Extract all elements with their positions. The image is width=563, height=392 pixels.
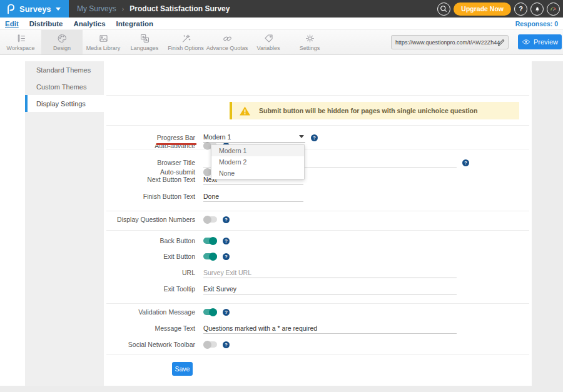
back-button-help-icon[interactable]: ? bbox=[223, 238, 230, 244]
toolbar-tab-media-library[interactable]: Media Library bbox=[83, 30, 124, 54]
nav-tab-analytics[interactable]: Analytics bbox=[73, 20, 105, 28]
preview-button[interactable]: Preview bbox=[518, 34, 562, 49]
divider bbox=[106, 230, 529, 231]
exit-url-input[interactable]: Survey Exit URL bbox=[203, 268, 457, 278]
progress-bar-help-icon[interactable]: ? bbox=[311, 134, 318, 141]
finish-button-text-input[interactable]: Done bbox=[203, 191, 303, 202]
sidebar-item-standard-themes[interactable]: Standard Themes bbox=[25, 61, 104, 78]
toolbar-tab-settings[interactable]: Settings bbox=[289, 30, 330, 54]
usage-meter-button[interactable] bbox=[547, 3, 560, 16]
help-button[interactable]: ? bbox=[514, 3, 527, 16]
next-button-text-row: Next Button Text Next bbox=[104, 173, 532, 186]
progress-bar-dropdown: Modern 1 Modern 2 None bbox=[211, 144, 305, 179]
exit-button-help-icon[interactable]: ? bbox=[223, 253, 230, 260]
section-nav: Edit Distribute Analytics Integration Re… bbox=[0, 18, 563, 30]
social-network-toolbar-label: Social Network Toolbar bbox=[104, 341, 195, 348]
languages-icon bbox=[139, 33, 150, 44]
survey-url-field[interactable]: https://www.questionpro.com/t/AW22Zh44 bbox=[391, 35, 509, 49]
nav-tab-integration[interactable]: Integration bbox=[116, 20, 153, 28]
exit-button-toggle[interactable] bbox=[203, 253, 217, 259]
question-icon: ? bbox=[519, 5, 523, 13]
questionpro-logo-icon bbox=[6, 3, 15, 15]
gauge-icon bbox=[549, 4, 558, 14]
eye-icon bbox=[522, 38, 530, 46]
message-text-row: Message Text Questions marked with a * a… bbox=[104, 322, 532, 334]
toolbar-tab-languages[interactable]: Languages bbox=[124, 30, 165, 54]
message-text-input[interactable]: Questions marked with a * are required bbox=[203, 323, 457, 334]
chevron-down-icon bbox=[56, 8, 61, 11]
responses-count[interactable]: Responses: 0 bbox=[515, 20, 558, 28]
search-button[interactable] bbox=[437, 3, 450, 16]
back-button-row: Back Button ? bbox=[104, 234, 532, 247]
exit-button-row: Exit Button ? bbox=[104, 250, 532, 263]
divider bbox=[106, 211, 529, 211]
advance-quotas-icon bbox=[222, 33, 233, 44]
browser-title-row: Browser Title ? bbox=[104, 156, 532, 169]
finish-button-text-row: Finish Button Text Done bbox=[104, 190, 532, 203]
exit-url-label: URL bbox=[104, 269, 195, 276]
toolbar-tab-finish-options[interactable]: Finish Options bbox=[165, 30, 206, 54]
breadcrumb: My Surveys › Product Satisfaction Survey bbox=[77, 4, 230, 13]
nav-tab-edit[interactable]: Edit bbox=[5, 20, 19, 28]
divider bbox=[106, 149, 529, 149]
nav-tab-distribute[interactable]: Distribute bbox=[29, 20, 63, 28]
divider bbox=[106, 125, 529, 126]
display-question-numbers-toggle[interactable] bbox=[203, 216, 217, 223]
upgrade-now-button[interactable]: Upgrade Now bbox=[454, 3, 511, 16]
edit-url-button[interactable] bbox=[497, 38, 506, 48]
toolbar-tab-design[interactable]: Design bbox=[41, 30, 83, 54]
warning-text: Submit button will be hidden for pages w… bbox=[259, 107, 477, 114]
toolbar-tab-advance-quotas[interactable]: Advance Quotas bbox=[206, 30, 248, 54]
validation-message-row: Validation Message ? bbox=[104, 306, 532, 318]
workspace-icon bbox=[16, 33, 26, 44]
social-network-toolbar-help-icon[interactable]: ? bbox=[223, 341, 230, 348]
dropdown-option-modern-2[interactable]: Modern 2 bbox=[211, 156, 304, 168]
exit-url-row: URL Survey Exit URL bbox=[104, 266, 532, 279]
media-library-icon bbox=[98, 33, 109, 44]
next-button-text-label: Next Button Text bbox=[104, 176, 195, 183]
top-bar: Surveys My Surveys › Product Satisfactio… bbox=[0, 0, 563, 18]
progress-bar-annotation bbox=[156, 143, 196, 145]
progress-bar-label: Progress Bar bbox=[104, 134, 195, 141]
validation-message-toggle[interactable] bbox=[203, 309, 217, 315]
sidebar-item-custom-themes[interactable]: Custom Themes bbox=[25, 78, 104, 95]
notifications-button[interactable] bbox=[530, 3, 544, 16]
progress-bar-select[interactable]: Modern 1 bbox=[203, 132, 305, 143]
select-caret-icon bbox=[299, 135, 304, 138]
exit-tooltip-label: Exit Tooltip bbox=[104, 285, 195, 293]
app-window: Surveys My Surveys › Product Satisfactio… bbox=[0, 0, 563, 392]
design-icon bbox=[57, 33, 68, 44]
display-question-numbers-help-icon[interactable]: ? bbox=[223, 216, 230, 223]
validation-message-label: Validation Message bbox=[104, 308, 195, 316]
social-network-toolbar-row: Social Network Toolbar ? bbox=[104, 338, 532, 351]
validation-message-help-icon[interactable]: ? bbox=[223, 309, 230, 316]
toolbar-tab-variables[interactable]: Variables bbox=[248, 30, 289, 54]
bell-icon bbox=[533, 4, 542, 13]
back-button-toggle[interactable] bbox=[203, 238, 217, 244]
auto-submit-warning: Submit button will be hidden for pages w… bbox=[230, 102, 519, 119]
content-area: Standard Themes Custom Themes Display Se… bbox=[0, 55, 563, 392]
exit-url-placeholder: Survey Exit URL bbox=[203, 269, 251, 276]
browser-title-label: Browser Title bbox=[104, 159, 195, 166]
browser-title-help-icon[interactable]: ? bbox=[462, 159, 469, 166]
back-button-label: Back Button bbox=[104, 237, 195, 244]
exit-tooltip-row: Exit Tooltip Exit Survey bbox=[104, 283, 532, 295]
surveys-product-menu[interactable]: Surveys bbox=[0, 0, 69, 18]
sidebar-item-display-settings[interactable]: Display Settings bbox=[25, 95, 104, 112]
finish-button-text-label: Finish Button Text bbox=[104, 193, 195, 200]
exit-tooltip-input[interactable]: Exit Survey bbox=[203, 284, 457, 294]
dropdown-option-none[interactable]: None bbox=[211, 168, 304, 179]
right-gutter bbox=[532, 61, 563, 386]
finish-options-icon bbox=[181, 33, 191, 44]
breadcrumb-my-surveys[interactable]: My Surveys bbox=[77, 4, 116, 13]
breadcrumb-separator: › bbox=[122, 5, 124, 13]
progress-bar-row: Progress Bar Modern 1 ? bbox=[104, 131, 532, 144]
dropdown-option-modern-1[interactable]: Modern 1 bbox=[211, 145, 304, 156]
toolbar-tab-workspace[interactable]: Workspace bbox=[0, 30, 41, 54]
social-network-toolbar-toggle[interactable] bbox=[203, 341, 217, 348]
save-button[interactable]: Save bbox=[172, 362, 193, 376]
divider bbox=[106, 95, 529, 96]
design-sidebar: Standard Themes Custom Themes Display Se… bbox=[25, 61, 104, 386]
survey-title: Product Satisfaction Survey bbox=[129, 4, 230, 13]
divider bbox=[106, 303, 529, 304]
